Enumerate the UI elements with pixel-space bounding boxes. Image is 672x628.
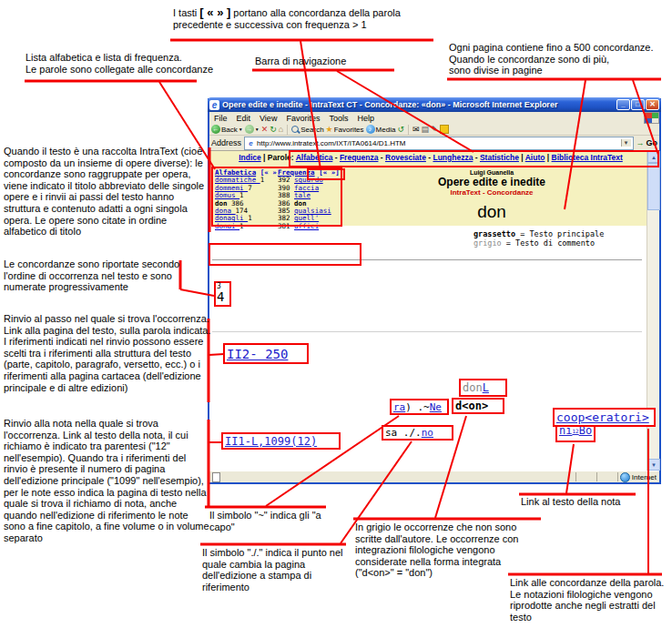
text-run: sa ./.: [385, 427, 422, 439]
word-link[interactable]: II1-L,1099(12): [225, 435, 317, 448]
menu-favorites[interactable]: Favorites: [286, 114, 320, 123]
annotation-lists: Lista alfabetica e lista di frequenza. L…: [25, 52, 226, 75]
text-run: don: [463, 381, 483, 394]
media-button[interactable]: ♪Media: [366, 125, 396, 134]
text-run: ) .~: [405, 401, 430, 413]
ie-icon: e: [209, 100, 219, 110]
address-input[interactable]: e http://www.intratext.com/IXT/ITA0614/D…: [244, 137, 633, 150]
document-icon: [212, 472, 220, 482]
highlight-section-title: [209, 243, 361, 266]
callout-row-numbers: 3 4: [214, 281, 231, 307]
page-icon: e: [247, 139, 255, 147]
annotation-keys-line2: precedente e successiva con frequenza > …: [173, 19, 367, 30]
callout-pagebreak-symbol: sa ./. no: [382, 425, 453, 441]
annotation-pages: Ogni pagina contiene fino a 500 concorda…: [449, 42, 667, 76]
minimize-button[interactable]: _: [616, 99, 630, 110]
annotation-keys: I tasti [ « » ] portano alla concordanza…: [173, 7, 455, 30]
forward-button[interactable]: →▼: [245, 125, 260, 134]
stop-icon[interactable]: ✕: [261, 125, 269, 134]
close-button[interactable]: ✕: [646, 99, 659, 110]
annotated-screenshot: I tasti [ « » ] portano alla concordanza…: [0, 0, 672, 628]
messenger-icon[interactable]: [440, 125, 449, 134]
callout-gray-occurrence: don L: [459, 379, 507, 397]
refresh-icon[interactable]: ↻: [270, 125, 277, 134]
highlight-nav-bar: [289, 150, 659, 167]
word-link[interactable]: L: [483, 381, 489, 394]
toolbar: ←Back▼ →▼ ✕ ↻ ⌂ Search ★Favorites ♪Media…: [209, 124, 659, 136]
page-kind: IntraText - Concordanze: [401, 188, 583, 197]
mail-icon[interactable]: ✉: [412, 125, 420, 134]
scroll-thumb[interactable]: [647, 163, 660, 210]
annotation-tilde: Il simbolo "~" indica gli "a capo": [209, 510, 337, 532]
search-button[interactable]: Search: [291, 126, 323, 134]
annotation-note-link: Link al testo della nota: [521, 496, 667, 508]
internet-zone-label: Internet: [632, 473, 657, 481]
maximize-button[interactable]: □: [631, 99, 645, 110]
annotation-pagebreak: Il simbolo "./." indica il punto nel qua…: [202, 547, 355, 593]
media-icon: ♪: [366, 125, 375, 134]
windows-logo-icon: [644, 112, 659, 124]
annotation-note-reference: Rinvio alla nota nella quale si trova l'…: [4, 418, 211, 544]
favorites-button[interactable]: ★Favorites: [326, 125, 364, 134]
work-title: Opere edite e inedite: [401, 176, 583, 188]
callout-philological-form: d<on>: [452, 398, 504, 414]
menu-bar: File Edit View Favorites Tools Help: [209, 112, 659, 125]
divider: [212, 331, 642, 332]
concordance-word: don: [401, 202, 583, 222]
menu-view[interactable]: View: [260, 114, 277, 123]
home-icon[interactable]: ⌂: [279, 125, 283, 134]
annotation-navbar: Barra di navigazione: [255, 56, 346, 67]
menu-file[interactable]: File: [214, 114, 228, 123]
scroll-down-icon[interactable]: ▼: [647, 459, 660, 471]
menu-edit[interactable]: Edit: [237, 114, 251, 123]
annotation-word-link: Link alle concordanze della parola. Le n…: [510, 577, 672, 623]
status-bar: Internet: [209, 471, 659, 482]
callout-word-link[interactable]: coop<eratori>: [553, 408, 656, 427]
work-header: Luigi Guanella Opere edite e inedite Int…: [401, 169, 583, 222]
callout-note-reference[interactable]: II1-L,1099(12): [221, 432, 341, 450]
address-url: http://www.intratext.com/IXT/ITA0614/D1.…: [257, 139, 405, 147]
back-button[interactable]: ←Back▼: [211, 125, 243, 134]
menu-tools[interactable]: Tools: [329, 114, 348, 123]
annotation-collection: Quando il testo è una raccolta IntraText…: [4, 146, 208, 238]
legend: grassetto = Testo principale grigio = Te…: [473, 229, 604, 248]
word-link[interactable]: Ne: [430, 401, 442, 413]
author-name: Luigi Guanella: [401, 169, 583, 176]
title-bar[interactable]: e Opere edite e inedite - IntraText CT -…: [208, 97, 661, 112]
go-arrow-icon: →: [636, 138, 645, 147]
annotation-keys-pre: I tasti: [173, 7, 199, 18]
address-dropdown-icon[interactable]: ▼: [621, 139, 631, 147]
search-icon: [291, 126, 300, 134]
annotation-gray-text: In grigio le occorrenze che non sono scr…: [355, 522, 542, 579]
address-label: Address: [211, 138, 241, 147]
history-icon[interactable]: ↺: [397, 125, 404, 134]
favorites-star-icon: ★: [326, 125, 333, 134]
internet-zone-icon: [620, 472, 630, 482]
word-link[interactable]: no: [422, 427, 433, 439]
annotation-reference: Rinvio al passo nel quale si trova l'occ…: [4, 313, 211, 393]
callout-page-reference[interactable]: II2- 250: [223, 343, 309, 364]
toolbar-separator: [408, 125, 409, 135]
back-icon: ←: [211, 125, 220, 134]
annotation-keys-post: portano alla concordanza della parola: [230, 7, 401, 18]
highlight-freq-arrows: [307, 168, 345, 180]
window-title: Opere edite e inedite - IntraText CT - C…: [222, 100, 616, 109]
go-button[interactable]: →Go: [636, 138, 658, 147]
annotation-order: Le concordanze sono riportate secondo l'…: [4, 258, 195, 293]
forward-icon: →: [245, 125, 254, 134]
nav-indice[interactable]: Indice: [239, 153, 261, 162]
print-icon[interactable]: ▤: [421, 125, 429, 134]
word-link[interactable]: coop<eratori>: [556, 410, 649, 424]
menu-help[interactable]: Help: [357, 114, 374, 123]
annotation-keys-glyphs: [ « » ]: [199, 5, 230, 19]
toolbar-separator: [287, 125, 288, 135]
word-link[interactable]: II2- 250: [227, 347, 288, 361]
edit-icon[interactable]: ✎: [431, 125, 438, 134]
word-link[interactable]: ra: [393, 401, 405, 413]
callout-tilde-symbol: ra) .~ Ne: [390, 399, 449, 415]
address-bar: Address e http://www.intratext.com/IXT/I…: [209, 136, 659, 151]
word-link[interactable]: 12: [572, 428, 578, 434]
